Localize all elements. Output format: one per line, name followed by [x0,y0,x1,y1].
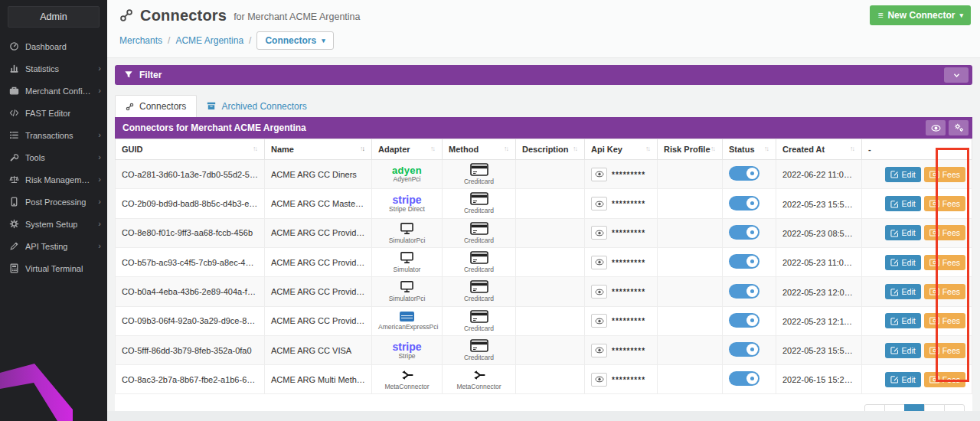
edit-button[interactable]: Edit [885,313,921,328]
money-icon [929,347,939,354]
edit-button[interactable]: Edit [885,167,921,182]
status-toggle[interactable] [729,342,760,357]
sort-icon: ↑↓ [645,145,651,152]
column-header-api-key[interactable]: Api Key↑↓ [585,139,658,160]
fees-button[interactable]: Fees [924,313,965,328]
column-header-description[interactable]: Description↑↓ [516,139,585,160]
edit-button[interactable]: Edit [885,284,921,299]
status-toggle[interactable] [729,313,760,328]
fees-button[interactable]: Fees [924,284,965,299]
reveal-api-key-button[interactable] [591,373,607,387]
fees-button[interactable]: Fees [924,167,965,182]
column-header-method[interactable]: Method↑↓ [443,139,516,160]
sidebar-item-system-setup[interactable]: System Setup› [0,213,107,235]
edit-button[interactable]: Edit [885,343,921,358]
fees-button[interactable]: Fees [924,196,965,211]
wrench-icon [8,152,19,162]
money-icon [929,317,939,325]
fees-button[interactable]: Fees [924,225,965,240]
status-cell [723,306,776,335]
sidebar-item-tools[interactable]: Tools› [0,146,107,168]
column-header-guid[interactable]: GUID↑↓ [116,139,265,160]
edit-button[interactable]: Edit [885,225,921,240]
status-toggle[interactable] [729,196,760,210]
sidebar-item-statistics[interactable]: Statistics› [0,57,107,80]
sidebar-item-merchant-configuration[interactable]: Merchant Configuration› [0,80,107,102]
status-toggle[interactable] [729,371,760,386]
fees-button[interactable]: Fees [924,343,965,358]
app-window: Admin DashboardStatistics›Merchant Confi… [0,0,980,421]
name-cell: ACME ARG CC Provider B [265,248,372,277]
reveal-api-key-button[interactable] [591,168,607,181]
terminal-icon [8,263,19,273]
column-header-status[interactable]: Status↑↓ [723,139,776,160]
column-header-name[interactable]: Name↑↓ [265,139,372,160]
simulator-monitor-icon [400,280,414,293]
name-cell: ACME ARG CC Provider A [265,218,372,247]
status-toggle[interactable] [729,284,760,299]
sidebar-item-transactions[interactable]: Transactions› [0,124,107,146]
masked-api-key: ********* [612,258,645,266]
sidebar-item-label: FAST Editor [25,109,70,118]
sidebar-item-dashboard[interactable]: Dashboard [0,35,107,57]
edit-button[interactable]: Edit [885,255,921,270]
breadcrumb-merchant-link[interactable]: ACME Argentina [175,35,243,46]
reveal-api-key-button[interactable] [591,197,607,210]
filter-collapse-button[interactable] [944,67,969,83]
method-cell: Creditcard [443,189,516,218]
actions-cell: EditFees [862,248,972,277]
breadcrumb-merchants-link[interactable]: Merchants [119,35,162,46]
money-icon [929,171,939,178]
api-key-cell: ********* [585,189,658,218]
created-at-cell: 2022-05-23 11:00:57 [776,248,862,277]
sidebar-item-label: Transactions [25,131,74,140]
column-visibility-button[interactable] [926,120,946,135]
chevron-right-icon: › [98,64,103,73]
filter-bar[interactable]: Filter [115,65,972,85]
fees-button[interactable]: Fees [924,255,965,270]
reveal-api-key-button[interactable] [591,314,607,328]
money-icon [929,376,939,383]
status-cell [723,248,776,277]
tab-connectors[interactable]: Connectors [115,95,197,117]
new-connector-button[interactable]: ≡ New Connector ▾ [870,5,971,25]
sidebar-item-label: Risk Management [25,175,92,184]
edit-button[interactable]: Edit [885,196,921,211]
sidebar-item-risk-management[interactable]: Risk Management› [0,168,107,191]
description-cell [516,248,585,277]
bottom-strip [107,411,980,421]
sidebar-item-label: Post Processing [25,197,86,207]
status-toggle[interactable] [729,166,760,181]
archive-icon [207,102,216,110]
breadcrumb-connectors-dropdown[interactable]: Connectors ▾ [256,31,333,50]
table-settings-button[interactable] [949,120,969,135]
actions-cell: EditFees [862,160,972,189]
sidebar-item-virtual-terminal[interactable]: Virtual Terminal [0,257,107,279]
status-cell [723,189,776,218]
risk-profile-cell [658,306,723,335]
reveal-api-key-button[interactable] [591,285,607,299]
creditcard-icon [470,251,488,264]
sidebar-item-fast-editor[interactable]: FAST Editor [0,102,107,124]
reveal-api-key-button[interactable] [591,226,607,240]
admin-menu-button[interactable]: Admin [8,6,100,28]
column-header-created-at[interactable]: Created At↑↓ [776,139,862,160]
fees-button[interactable]: Fees [924,372,965,387]
status-cell [723,218,776,247]
column-header-risk-profile[interactable]: Risk Profile↑↓ [658,139,723,160]
method-cell: Creditcard [443,277,516,306]
adapter-cell: stripeStripe [372,336,443,365]
sidebar-item-post-processing[interactable]: Post Processing› [0,191,107,213]
reveal-api-key-button[interactable] [591,256,607,269]
american-express-logo [400,312,414,321]
tab-archived-connectors[interactable]: Archived Connectors [197,95,316,117]
edit-button[interactable]: Edit [885,372,921,387]
guid-cell: CO-b0a4-4eba-43b6-2e89-404a-f360 [116,277,265,306]
brand-ribbon-graphic [0,344,107,421]
status-toggle[interactable] [729,254,760,269]
column-header-adapter[interactable]: Adapter↑↓ [372,139,443,160]
gear-icon [8,219,19,229]
sidebar-item-api-testing[interactable]: API Testing› [0,235,107,257]
reveal-api-key-button[interactable] [591,344,607,357]
status-toggle[interactable] [729,225,760,240]
